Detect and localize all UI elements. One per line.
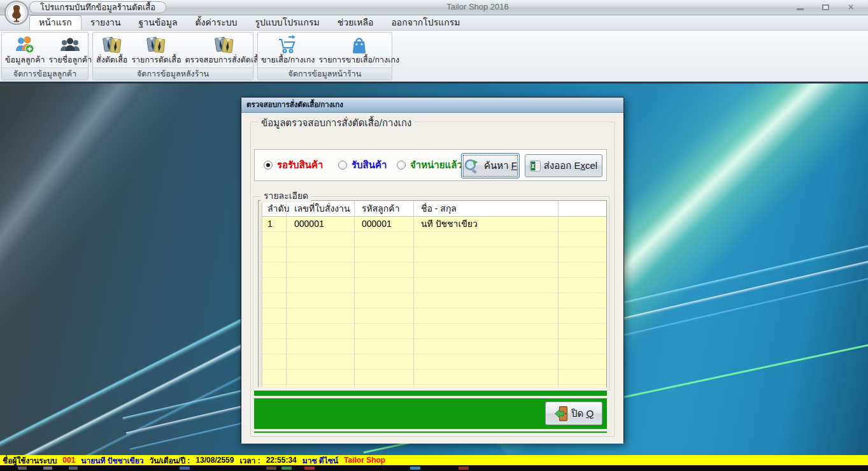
shirt-icon <box>145 34 167 55</box>
taskbar-icon[interactable] <box>18 467 27 470</box>
ribbon-group-backstore: สั่งตัดเสื้อ <box>92 32 253 80</box>
status-user-code: 001 <box>62 456 75 465</box>
tab-help[interactable]: ช่วยเหลือ <box>329 16 383 30</box>
cart-icon <box>276 34 299 55</box>
radio-icon <box>397 161 406 170</box>
status-time-value: 22:55:34 <box>266 456 297 465</box>
ribbon-button-customer-data[interactable]: ข้อมูลลูกค้า <box>3 34 47 66</box>
table-body <box>259 217 606 388</box>
row-header-strip <box>259 201 262 387</box>
tab-system-settings[interactable]: ตั้งค่าระบบ <box>187 16 246 30</box>
search-icon <box>464 157 481 175</box>
tab-database[interactable]: ฐานข้อมูล <box>130 16 187 30</box>
taskbar-icon[interactable] <box>281 467 292 470</box>
application-window: โปรแกรมบันทึกข้อมูลร้านตัดเสื้อ Tailor S… <box>0 0 868 471</box>
window-brand-title: Tailor Shop 2016 <box>417 2 538 11</box>
status-date-value: 13/08/2559 <box>196 456 234 465</box>
ribbon-group-customer: ข้อมูลลูกค้า รายชื่อลูกค้า <box>1 32 89 80</box>
ribbon-tab-strip: หน้าแรก รายงาน ฐานข้อมูล ตั้งค่าระบบ รูป… <box>0 15 868 31</box>
maximize-button[interactable] <box>820 3 831 11</box>
check-orders-dialog: ตรวจสอบการสั่งตัดเสื้อ/กางเกง ข้อมูลตรวจ… <box>241 97 624 443</box>
dialog-title-bar[interactable]: ตรวจสอบการสั่งตัดเสื้อ/กางเกง <box>241 98 623 113</box>
status-user-name: นายนที ปัชชาเขียว <box>81 455 143 465</box>
ribbon-button-sell-list[interactable]: รายการขายเสื้อ/กางเกง <box>317 34 401 66</box>
status-date-label: วัน/เดือน/ปี : <box>149 455 190 465</box>
orders-table[interactable]: ลำดับ เลขที่ใบสั่งงาน รหัสลูกค้า ชื่อ - … <box>258 200 607 388</box>
tab-program-style[interactable]: รูปแบบโปรแกรม <box>246 16 328 30</box>
close-icon: × <box>848 3 853 11</box>
bottom-green-panel: ปิด Q <box>254 398 607 429</box>
cell-order-no: 000001 <box>294 217 324 231</box>
maximize-icon <box>822 4 829 10</box>
app-logo-mannequin-icon <box>4 1 29 25</box>
exit-door-icon <box>554 405 568 422</box>
radio-waiting-for-goods[interactable]: รอรับสินค้า <box>264 150 324 180</box>
ribbon-button-sell[interactable]: ขายเสื้อ/กางเกง <box>259 34 317 66</box>
tab-exit-program[interactable]: ออกจากโปรแกรม <box>382 16 469 30</box>
table-header-name: ชื่อ - สกุล <box>421 201 457 217</box>
table-header-order-no: เลขที่ใบสั่งงาน <box>294 201 350 217</box>
export-excel-button[interactable]: ส่งออก Excel <box>525 154 602 177</box>
filter-panel: รอรับสินค้า รับสินค้า จำหน่ายแล้ว <box>254 149 607 181</box>
wallpaper-beam <box>0 83 276 371</box>
dialog-body: ข้อมูลตรวจสอบการสั่งตัดเสื้อ/กางเกง รอรั… <box>241 113 623 444</box>
search-button[interactable]: ค้นหา F <box>461 153 520 178</box>
ribbon-group-storefront: ขายเสื้อ/กางเกง รายการขายเสื้อ/กางเกง จั… <box>257 32 392 80</box>
minimize-icon <box>797 8 804 10</box>
customer-data-icon <box>14 34 36 55</box>
status-user-label: ชื่อผู้ใช้งานระบบ <box>3 455 57 465</box>
close-button[interactable]: × <box>845 3 857 11</box>
excel-icon <box>530 161 541 171</box>
radio-sold[interactable]: จำหน่ายแล้ว <box>397 150 462 180</box>
taskbar-icon[interactable] <box>180 467 190 470</box>
ribbon-button-tailor-order-check[interactable]: ตรวจสอบการสั่งตัดเสื้อ <box>183 34 265 66</box>
ribbon: ข้อมูลลูกค้า รายชื่อลูกค้า <box>0 31 868 83</box>
minimize-button[interactable] <box>794 3 806 11</box>
ribbon-button-tailor-order-list[interactable]: รายการตัดเสื้อ <box>129 34 183 66</box>
ribbon-group-label: จัดการข้อมูลลูกค้า <box>2 68 88 80</box>
green-bottom-line <box>254 431 607 433</box>
cell-customer-code: 000001 <box>362 217 392 231</box>
green-progress-strip <box>254 391 607 396</box>
cell-name: นที ปัชชาเขียว <box>421 217 478 231</box>
table-header-row: ลำดับ เลขที่ใบสั่งงาน รหัสลูกค้า ชื่อ - … <box>259 201 606 217</box>
status-vendor: มาช ดีไซน์ <box>302 455 338 465</box>
shirt-icon <box>213 34 235 55</box>
main-groupbox-label: ข้อมูลตรวจสอบการสั่งตัดเสื้อ/กางเกง <box>258 115 415 131</box>
radio-goods-received[interactable]: รับสินค้า <box>338 150 387 180</box>
tab-reports[interactable]: รายงาน <box>82 16 130 30</box>
close-dialog-button[interactable]: ปิด Q <box>545 402 602 425</box>
tab-home[interactable]: หน้าแรก <box>29 15 82 30</box>
status-time-label: เวลา : <box>239 455 260 465</box>
window-title-bar: โปรแกรมบันทึกข้อมูลร้านตัดเสื้อ Tailor S… <box>0 0 868 15</box>
app-title: โปรแกรมบันทึกข้อมูลร้านตัดเสื้อ <box>29 1 166 13</box>
taskbar-icon[interactable] <box>43 467 52 470</box>
ribbon-group-label: จัดการข้อมูลหลังร้าน <box>93 68 253 80</box>
bag-icon <box>349 34 369 55</box>
taskbar-fragment <box>0 465 868 471</box>
details-groupbox-label: รายละเอียด <box>260 189 311 203</box>
shirt-icon <box>101 34 123 55</box>
table-row[interactable]: 1 000001 000001 นที ปัชชาเขียว <box>259 217 606 231</box>
table-header-customer-code: รหัสลูกค้า <box>362 201 400 217</box>
taskbar-icon[interactable] <box>69 467 78 470</box>
taskbar-icon[interactable] <box>304 467 315 470</box>
ribbon-group-label: จัดการข้อมูลหน้าร้าน <box>258 68 392 80</box>
taskbar-icon[interactable] <box>266 467 276 470</box>
ribbon-button-tailor-order[interactable]: สั่งตัดเสื้อ <box>94 34 129 66</box>
taskbar-icon[interactable] <box>410 467 420 470</box>
taskbar-icon[interactable] <box>459 467 469 470</box>
customer-list-icon <box>59 34 81 55</box>
radio-icon <box>338 161 347 170</box>
radio-selected-icon <box>264 161 273 170</box>
ribbon-button-customer-list[interactable]: รายชื่อลูกค้า <box>47 34 94 66</box>
status-bar: ชื่อผู้ใช้งานระบบ 001 นายนที ปัชชาเขียว … <box>0 455 868 465</box>
status-product: Tailor Shop <box>344 456 385 465</box>
cell-seq: 1 <box>267 217 273 231</box>
